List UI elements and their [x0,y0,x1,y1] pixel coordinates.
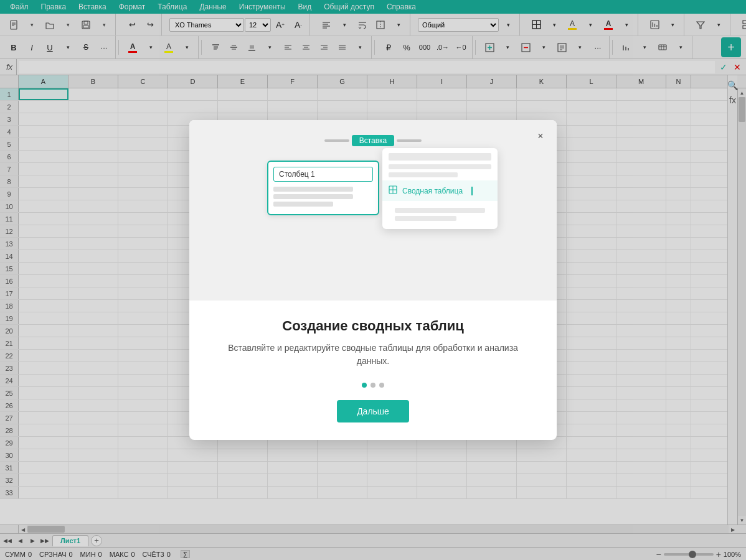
modal-text-content: Создание сводных таблиц Вставляйте и ред… [189,301,557,440]
modal-close-button[interactable]: × [532,128,549,145]
illus-dd-line-1 [389,164,491,169]
modal-overlay: × Вставка Столбец 1 [0,0,746,560]
illus-row-1 [273,187,353,192]
illus-dropdown-card: Сводная таблица [382,148,498,229]
dot-1[interactable] [362,383,367,388]
progress-dots [219,383,527,388]
modal-dialog: × Вставка Столбец 1 [189,120,557,440]
cursor-indicator [469,187,473,195]
illus-dd-header [389,153,491,161]
illus-dropdown-selected-item: Сводная таблица [382,180,498,201]
illus-row-2 [273,194,353,199]
illus-dd-footer-2 [395,216,456,221]
modal-illustration: Вставка Столбец 1 [189,120,557,301]
illus-tab-active: Вставка [352,135,395,146]
illus-dropdown-item-text: Сводная таблица [402,187,463,195]
illus-tab-line-2 [397,139,422,142]
illus-table-header: Столбец 1 [273,167,373,182]
modal-description: Вставляйте и редактируйте сводные таблиц… [219,342,527,368]
dot-2[interactable] [371,383,375,388]
illus-table-card: Столбец 1 [267,161,379,215]
illus-row-3 [273,202,333,207]
illustration-tabs: Вставка [324,135,422,146]
illus-dd-footer [382,201,498,229]
illus-content: Столбец 1 Сводная таблица [248,148,498,285]
modal-title: Создание сводных таблиц [219,318,527,334]
illus-dd-footer-1 [395,208,485,213]
illus-tab-line-1 [324,139,349,142]
dot-3[interactable] [379,383,384,388]
next-button[interactable]: Дальше [337,400,409,422]
illus-dd-line-2 [389,172,458,177]
pivot-table-icon [389,185,397,196]
